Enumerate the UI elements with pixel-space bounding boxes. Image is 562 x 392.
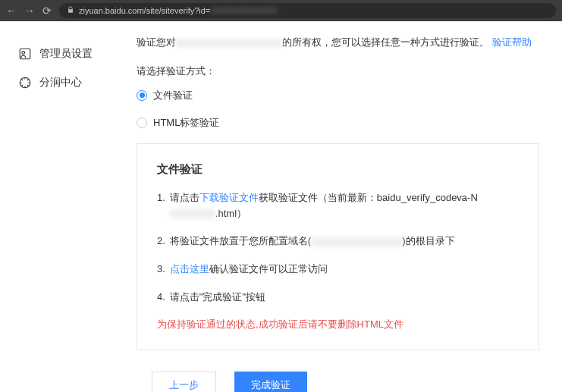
verify-box-title: 文件验证	[157, 162, 519, 177]
main-content: 验证您对的所有权，您可以选择任意一种方式进行验证。 验证帮助 请选择验证方式： …	[137, 21, 562, 392]
forward-icon[interactable]: →	[24, 5, 35, 17]
button-row: 上一步 完成验证	[137, 372, 539, 392]
radio-file-verify[interactable]: 文件验证	[137, 89, 539, 102]
verify-step-4: 4. 请点击"完成验证"按钮	[157, 290, 519, 306]
radio-label: 文件验证	[153, 89, 193, 102]
choose-method-label: 请选择验证方式：	[137, 64, 539, 78]
radio-label: HTML标签验证	[153, 116, 219, 130]
profit-center-icon	[18, 76, 32, 89]
verify-step-1: 1. 请点击下载验证文件获取验证文件（当前最新：baidu_verify_cod…	[157, 190, 519, 222]
verify-step-2: 2. 将验证文件放置于您所配置域名()的根目录下	[157, 234, 519, 249]
reload-icon[interactable]: ⟳	[42, 5, 52, 17]
sidebar-item-admin-settings[interactable]: 管理员设置	[18, 39, 137, 68]
complete-verify-button[interactable]: 完成验证	[234, 372, 307, 392]
browser-toolbar: ← → ⟳ ziyuan.baidu.com/site/siteverify?i…	[0, 0, 562, 21]
click-here-link[interactable]: 点击这里	[170, 263, 209, 274]
radio-icon	[137, 90, 147, 101]
url-text: ziyuan.baidu.com/site/siteverify?id=XXXX…	[79, 6, 277, 15]
back-icon[interactable]: ←	[6, 5, 17, 17]
radio-group: 文件验证 HTML标签验证	[137, 89, 539, 130]
verify-help-link[interactable]: 验证帮助	[492, 36, 532, 48]
sidebar: 管理员设置 分润中心	[0, 21, 137, 392]
address-bar[interactable]: ziyuan.baidu.com/site/siteverify?id=XXXX…	[59, 3, 556, 18]
svg-point-1	[22, 52, 25, 55]
radio-html-tag-verify[interactable]: HTML标签验证	[137, 116, 539, 130]
lock-icon	[67, 6, 74, 15]
sidebar-item-label: 分润中心	[39, 76, 82, 89]
radio-icon	[137, 118, 147, 128]
verify-box: 文件验证 1. 请点击下载验证文件获取验证文件（当前最新：baidu_verif…	[137, 143, 539, 350]
intro-text: 验证您对的所有权，您可以选择任意一种方式进行验证。 验证帮助	[137, 35, 539, 51]
sidebar-item-profit-center[interactable]: 分润中心	[18, 68, 137, 97]
prev-button[interactable]: 上一步	[152, 372, 216, 392]
verify-warning: 为保持验证通过的状态,成功验证后请不要删除HTML文件	[157, 318, 519, 331]
verify-step-3: 3. 点击这里确认验证文件可以正常访问	[157, 262, 519, 278]
sidebar-item-label: 管理员设置	[39, 47, 93, 61]
download-verify-file-link[interactable]: 下载验证文件	[199, 192, 259, 203]
admin-settings-icon	[18, 47, 32, 61]
